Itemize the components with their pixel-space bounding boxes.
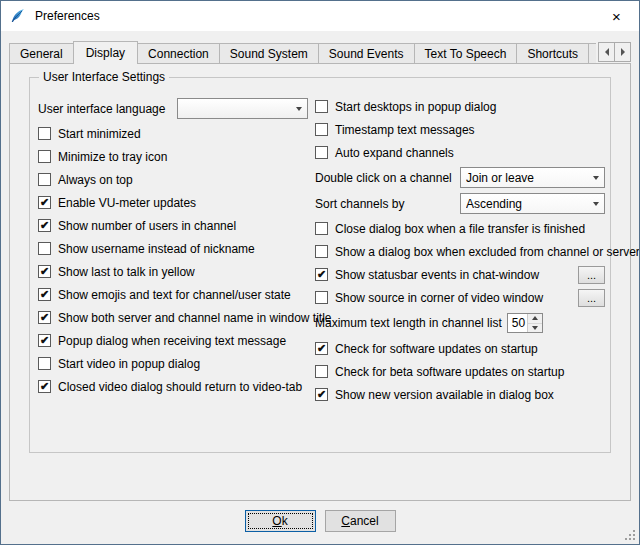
checkbox-row: ✔Show both server and channel name in wi… (38, 306, 316, 329)
checkbox-row: ✔Closed video dialog should return to vi… (38, 375, 316, 398)
checkbox-row: Always on top (38, 168, 316, 191)
scroll-tabs-left-button[interactable] (598, 42, 615, 62)
checkbox-label: Closed video dialog should return to vid… (58, 380, 302, 394)
checkbox-label: Minimize to tray icon (58, 150, 167, 164)
double-click-row: Double click on a channel Join or leave (315, 165, 605, 190)
max-text-length-spinner[interactable]: 50 (507, 313, 543, 333)
max-text-length-label: Maximum text length in channel list (315, 316, 502, 330)
language-label: User interface language (38, 102, 177, 116)
video-source-browse-button[interactable]: ... (578, 289, 605, 307)
checkbox-row: ✔Check for software updates on startup (315, 337, 605, 360)
tab-list: GeneralDisplayConnectionSound SystemSoun… (9, 41, 596, 64)
sort-channels-label: Sort channels by (315, 197, 460, 211)
dropdown-value: Ascending (466, 197, 589, 211)
language-dropdown[interactable] (177, 98, 308, 119)
checkbox-row: ✔Show number of users in channel (38, 214, 316, 237)
spin-down-button[interactable] (528, 324, 542, 333)
scroll-tabs-right-button[interactable] (614, 42, 631, 62)
tab-sound-system[interactable]: Sound System (219, 43, 319, 63)
checkbox-label: Enable VU-meter updates (58, 196, 196, 210)
unchecked-checkbox[interactable] (38, 127, 51, 140)
ok-button[interactable]: Ok (245, 510, 316, 532)
tab-connection[interactable]: Connection (137, 43, 220, 63)
checkbox-label: Check for software updates on startup (335, 342, 538, 356)
tab-shortcuts[interactable]: Shortcuts (516, 43, 589, 63)
tab-scrollers (598, 42, 631, 62)
checked-checkbox[interactable]: ✔ (38, 334, 51, 347)
sort-channels-row: Sort channels by Ascending (315, 191, 605, 216)
checkbox-row: Close dialog box when a file transfer is… (315, 217, 605, 240)
checkbox-row: Auto expand channels (315, 141, 605, 164)
checkbox-row: Start video in popup dialog (38, 352, 316, 375)
arrow-left-icon (605, 48, 609, 56)
dialog-footer: Ok Cancel (1, 510, 639, 532)
checked-checkbox[interactable]: ✔ (38, 265, 51, 278)
statusbar-events-browse-button[interactable]: ... (578, 266, 605, 284)
checked-checkbox[interactable]: ✔ (38, 311, 51, 324)
unchecked-checkbox[interactable] (38, 173, 51, 186)
double-click-dropdown[interactable]: Join or leave (460, 167, 605, 188)
tab-sound-events[interactable]: Sound Events (318, 43, 415, 63)
left-column: User interface language Start minimizedM… (38, 95, 316, 398)
arrow-right-icon (621, 48, 625, 56)
tab-display[interactable]: Display (73, 41, 138, 64)
checkbox-row: ✔Enable VU-meter updates (38, 191, 316, 214)
right-top-checkbox-list: Start desktops in popup dialogTimestamp … (315, 95, 605, 164)
checked-checkbox[interactable]: ✔ (315, 342, 328, 355)
unchecked-checkbox[interactable] (315, 100, 328, 113)
preferences-window: Preferences × GeneralDisplayConnectionSo… (0, 0, 640, 545)
dropdown-value: Join or leave (466, 171, 589, 185)
unchecked-checkbox[interactable] (315, 222, 328, 235)
unchecked-checkbox[interactable] (315, 146, 328, 159)
video-source-row: Show source in corner of video window ..… (315, 286, 605, 309)
resize-grip[interactable] (624, 529, 637, 542)
checkbox-label: Show source in corner of video window (335, 291, 543, 305)
arrow-up-icon (532, 316, 538, 320)
unchecked-checkbox[interactable] (38, 357, 51, 370)
right-column: Start desktops in popup dialogTimestamp … (315, 95, 605, 406)
checkbox-row: Minimize to tray icon (38, 145, 316, 168)
unchecked-checkbox[interactable] (38, 150, 51, 163)
unchecked-checkbox[interactable] (38, 242, 51, 255)
display-tab-panel: User Interface Settings User interface l… (9, 63, 631, 501)
tab-strip: GeneralDisplayConnectionSound SystemSoun… (9, 41, 631, 64)
cancel-button[interactable]: Cancel (325, 510, 396, 532)
language-row: User interface language (38, 95, 316, 122)
checkbox-label: Show a dialog box when excluded from cha… (335, 245, 640, 259)
checked-checkbox[interactable]: ✔ (38, 219, 51, 232)
unchecked-checkbox[interactable] (315, 245, 328, 258)
arrow-down-icon (532, 326, 538, 330)
chevron-down-icon (296, 107, 302, 111)
checkbox-label: Start minimized (58, 127, 141, 141)
chevron-down-icon (593, 202, 599, 206)
unchecked-checkbox[interactable] (315, 123, 328, 136)
checkbox-label: Auto expand channels (335, 146, 454, 160)
unchecked-checkbox[interactable] (315, 365, 328, 378)
checked-checkbox[interactable]: ✔ (38, 196, 51, 209)
video-source-checkbox[interactable] (315, 291, 328, 304)
sort-channels-dropdown[interactable]: Ascending (460, 193, 605, 214)
titlebar: Preferences × (1, 1, 639, 31)
tab-video[interactable]: Video (588, 43, 596, 63)
checked-checkbox[interactable]: ✔ (38, 380, 51, 393)
max-text-length-row: Maximum text length in channel list 50 (315, 311, 605, 335)
checkbox-label: Check for beta software updates on start… (335, 365, 564, 379)
tab-general[interactable]: General (9, 43, 74, 63)
checkbox-row: ✔Show new version available in dialog bo… (315, 383, 605, 406)
checkbox-label: Start desktops in popup dialog (335, 100, 496, 114)
chevron-down-icon (593, 176, 599, 180)
spin-up-button[interactable] (528, 314, 542, 324)
close-button[interactable]: × (594, 1, 639, 31)
checked-checkbox[interactable]: ✔ (315, 388, 328, 401)
tab-text-to-speech[interactable]: Text To Speech (414, 43, 518, 63)
checkbox-label: Timestamp text messages (335, 123, 475, 137)
statusbar-events-checkbox[interactable]: ✔ (315, 268, 328, 281)
checkbox-row: ✔Show last to talk in yellow (38, 260, 316, 283)
checkbox-label: Show emojis and text for channel/user st… (58, 288, 291, 302)
checked-checkbox[interactable]: ✔ (38, 288, 51, 301)
checkbox-label: Show both server and channel name in win… (58, 311, 332, 325)
checkbox-label: Always on top (58, 173, 133, 187)
spinner-value: 50 (508, 314, 527, 332)
checkbox-label: Show new version available in dialog box (335, 388, 554, 402)
checkbox-row: Show username instead of nickname (38, 237, 316, 260)
